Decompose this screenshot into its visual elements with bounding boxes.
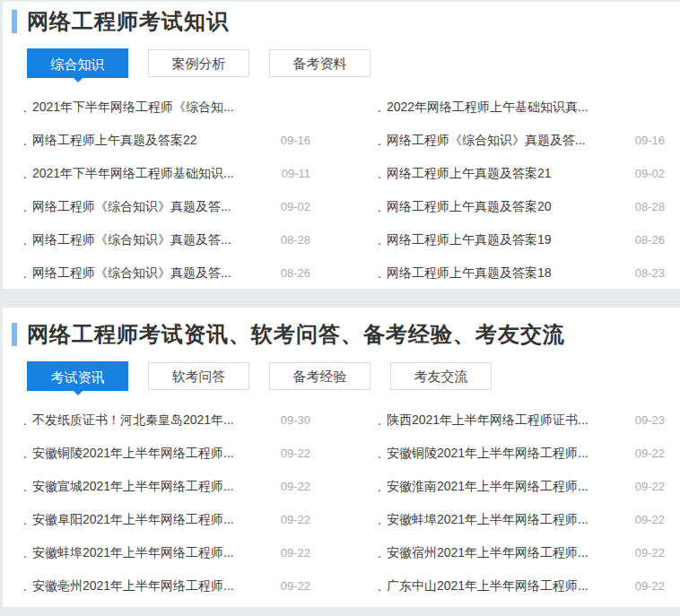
section-title: 网络工程师考试知识 [27, 7, 229, 36]
list-item: . 网络工程师《综合知识》真题及答... 08-28 [23, 223, 310, 256]
article-link[interactable]: 安徽蚌埠2021年上半年网络工程师... [387, 512, 625, 528]
article-date: 09-22 [278, 480, 310, 493]
article-link[interactable]: 网络工程师《综合知识》真题及答... [32, 265, 271, 282]
article-date: 09-22 [278, 513, 310, 526]
bullet-dot: . [378, 546, 381, 560]
article-link[interactable]: 安徽亳州2021年上半年网络工程师... [32, 578, 271, 594]
article-list: . 不发纸质证书！河北秦皇岛2021年... 09-30 . 安徽铜陵2021年… [3, 403, 680, 603]
bullet-dot: . [378, 480, 381, 494]
article-column-right: . 陕西2021年上半年网络工程师证书... 09-23 . 安徽铜陵2021年… [378, 403, 665, 603]
list-item: . 2021年下半年网络工程师基础知识... 09-11 [23, 157, 310, 190]
active-tab-caret-icon [73, 390, 83, 395]
article-link[interactable]: 安徽宿州2021年上半年网络工程师... [387, 545, 625, 561]
article-link[interactable]: 2022年网络工程师上午基础知识真... [387, 100, 625, 116]
tab-case-analysis[interactable]: 案例分析 [148, 49, 249, 77]
tab-label: 考试资讯 [51, 369, 105, 385]
list-item: . 安徽宣城2021年上半年网络工程师... 09-22 [23, 470, 310, 503]
article-column-left: . 不发纸质证书！河北秦皇岛2021年... 09-30 . 安徽铜陵2021年… [23, 403, 310, 603]
list-item: . 广东中山2021年上半年网络工程师... 09-22 [378, 569, 665, 603]
article-link[interactable]: 不发纸质证书！河北秦皇岛2021年... [32, 412, 271, 429]
article-date: 08-26 [278, 266, 310, 280]
article-link[interactable]: 安徽铜陵2021年上半年网络工程师... [32, 446, 271, 462]
article-link[interactable]: 网络工程师上午真题及答案19 [387, 232, 625, 248]
article-link[interactable]: 陕西2021年上半年网络工程师证书... [387, 412, 625, 429]
tab-label: 软考问答 [172, 369, 226, 384]
bullet-dot: . [378, 266, 381, 281]
bullet-dot: . [378, 200, 381, 214]
tab-prep-materials[interactable]: 备考资料 [269, 49, 371, 77]
tab-bar: 综合知识 案例分析 备考资料 [3, 48, 680, 84]
bullet-dot: . [378, 579, 381, 594]
list-item: . 安徽蚌埠2021年上半年网络工程师... 09-22 [23, 536, 310, 569]
article-link[interactable]: 网络工程师上午真题及答案22 [32, 133, 271, 149]
article-column-right: . 2022年网络工程师上午基础知识真... . 网络工程师《综合知识》真题及答… [378, 91, 665, 290]
article-link[interactable]: 网络工程师上午真题及答案18 [387, 265, 625, 282]
bullet-dot: . [23, 100, 27, 115]
tab-label: 备考经验 [293, 369, 347, 384]
article-date: 09-22 [278, 579, 310, 593]
article-link[interactable]: 网络工程师上午真题及答案21 [387, 166, 625, 182]
bullet-dot: . [378, 134, 381, 148]
list-item: . 不发纸质证书！河北秦皇岛2021年... 09-30 [23, 403, 310, 437]
article-date: 09-23 [632, 413, 665, 427]
bullet-dot: . [23, 546, 27, 560]
list-item: . 网络工程师《综合知识》真题及答... 08-26 [23, 256, 310, 290]
bullet-dot: . [23, 266, 27, 281]
article-date: 09-22 [278, 447, 310, 460]
page: 网络工程师考试知识 综合知识 案例分析 备考资料 . 2021年下半年网络工程师… [0, 2, 680, 616]
exam-news-section: 网络工程师考试资讯、软考问答、备考经验、考友交流 考试资讯 软考问答 备考经验 … [3, 308, 680, 607]
article-date: 09-22 [632, 480, 665, 493]
list-item: . 网络工程师上午真题及答案22 09-16 [23, 124, 310, 157]
title-accent-bar [12, 323, 17, 346]
article-link[interactable]: 网络工程师《综合知识》真题及答... [32, 199, 271, 215]
article-list: . 2021年下半年网络工程师《综合知... . 网络工程师上午真题及答案22 … [3, 91, 680, 290]
list-item: . 2021年下半年网络工程师《综合知... [23, 91, 310, 124]
section-header: 网络工程师考试知识 [3, 6, 680, 37]
article-link[interactable]: 2021年下半年网络工程师《综合知... [32, 100, 271, 116]
tab-label: 备考资料 [293, 56, 347, 71]
article-link[interactable]: 安徽蚌埠2021年上半年网络工程师... [32, 545, 271, 561]
active-tab-caret-icon [73, 77, 83, 82]
tab-prep-experience[interactable]: 备考经验 [269, 362, 371, 390]
list-item: . 安徽阜阳2021年上半年网络工程师... 09-22 [23, 503, 310, 536]
title-accent-bar [12, 10, 17, 33]
article-date: 09-30 [278, 413, 310, 427]
bullet-dot: . [23, 134, 27, 148]
bullet-dot: . [378, 100, 381, 115]
article-date: 08-23 [632, 266, 665, 280]
article-link[interactable]: 网络工程师《综合知识》真题及答... [32, 232, 271, 248]
bullet-dot: . [23, 480, 27, 494]
article-date: 08-26 [632, 233, 665, 247]
article-link[interactable]: 安徽淮南2021年上半年网络工程师... [387, 479, 625, 495]
list-item: . 网络工程师上午真题及答案20 08-28 [378, 190, 665, 223]
tab-softexam-qa[interactable]: 软考问答 [148, 362, 249, 390]
article-link[interactable]: 安徽阜阳2021年上半年网络工程师... [32, 512, 271, 528]
article-date: 09-02 [632, 167, 665, 180]
bullet-dot: . [23, 447, 27, 461]
article-link[interactable]: 网络工程师上午真题及答案20 [387, 199, 625, 215]
article-link[interactable]: 网络工程师《综合知识》真题及答... [387, 133, 625, 149]
article-link[interactable]: 安徽宣城2021年上半年网络工程师... [32, 479, 271, 495]
article-column-left: . 2021年下半年网络工程师《综合知... . 网络工程师上午真题及答案22 … [23, 91, 310, 290]
article-link[interactable]: 安徽铜陵2021年上半年网络工程师... [387, 446, 625, 462]
article-date: 09-22 [278, 546, 310, 560]
bullet-dot: . [23, 233, 27, 247]
list-item: . 安徽铜陵2021年上半年网络工程师... 09-22 [23, 437, 310, 470]
tab-comprehensive-knowledge[interactable]: 综合知识 [27, 48, 128, 78]
article-date: 09-02 [278, 200, 310, 213]
article-date: 08-28 [278, 233, 310, 247]
list-item: . 网络工程师上午真题及答案21 09-02 [378, 157, 665, 190]
article-date: 09-22 [632, 546, 665, 560]
article-date: 08-28 [632, 200, 665, 213]
tab-exam-news[interactable]: 考试资讯 [27, 361, 128, 391]
tab-label: 考友交流 [414, 369, 468, 384]
list-item: . 安徽铜陵2021年上半年网络工程师... 09-22 [378, 437, 665, 470]
article-date: 09-22 [632, 579, 665, 593]
tab-candidate-exchange[interactable]: 考友交流 [390, 362, 492, 390]
list-item: . 安徽宿州2021年上半年网络工程师... 09-22 [378, 536, 665, 569]
article-date: 09-22 [632, 513, 665, 526]
article-link[interactable]: 2021年下半年网络工程师基础知识... [32, 166, 271, 182]
list-item: . 安徽蚌埠2021年上半年网络工程师... 09-22 [378, 503, 665, 536]
list-item: . 2022年网络工程师上午基础知识真... [378, 91, 665, 124]
article-link[interactable]: 广东中山2021年上半年网络工程师... [387, 578, 625, 594]
